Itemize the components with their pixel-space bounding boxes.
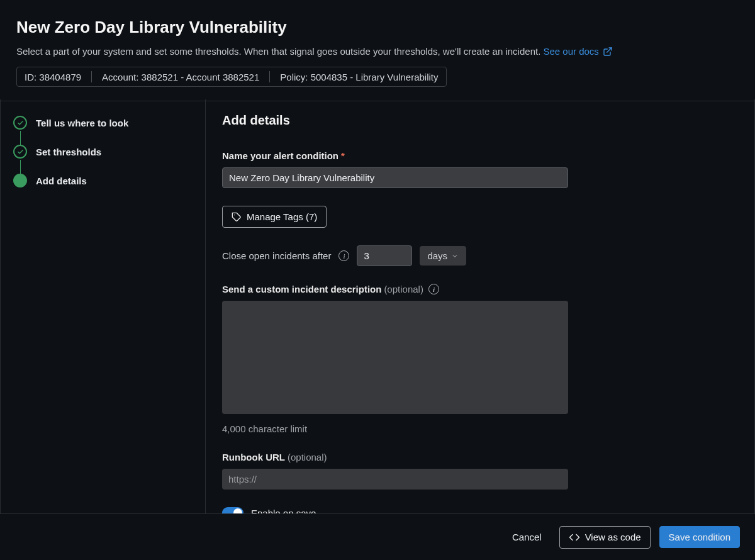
view-as-code-button[interactable]: View as code (559, 526, 651, 549)
custom-description-group: Send a custom incident description (opti… (222, 284, 738, 434)
step-set-thresholds[interactable]: Set thresholds (13, 145, 193, 159)
step-add-details[interactable]: Add details (13, 174, 193, 188)
external-link-icon (603, 47, 613, 57)
svg-line-0 (607, 48, 612, 52)
check-icon (13, 116, 27, 130)
step-where-to-look[interactable]: Tell us where to look (13, 116, 193, 130)
stepper: Tell us where to look Set thresholds Add… (1, 99, 206, 513)
header: New Zero Day Library Vulnerability Selec… (0, 0, 755, 101)
main-panel: Add details Name your alert condition * … (206, 99, 754, 513)
enable-on-save-row: Enable on save (222, 507, 738, 513)
manage-tags-button[interactable]: Manage Tags (7) (222, 206, 327, 228)
char-limit-helper: 4,000 character limit (222, 423, 738, 434)
name-field-group: Name your alert condition * (222, 150, 738, 188)
name-label: Name your alert condition * (222, 150, 738, 161)
enable-on-save-toggle[interactable] (222, 507, 243, 513)
alert-name-input[interactable] (222, 167, 568, 188)
info-icon[interactable]: i (338, 250, 349, 261)
custom-description-textarea[interactable] (222, 301, 568, 414)
code-icon (569, 532, 580, 543)
enable-on-save-label: Enable on save (251, 508, 316, 514)
close-incidents-value-input[interactable] (357, 245, 412, 266)
custom-description-label: Send a custom incident description (opti… (222, 284, 738, 294)
runbook-label: Runbook URL (optional) (222, 452, 738, 462)
check-icon (13, 145, 27, 159)
close-incidents-unit-select[interactable]: days (420, 246, 466, 266)
runbook-url-input[interactable] (222, 469, 568, 490)
meta-strip: ID: 38404879 Account: 3882521 - Account … (16, 67, 447, 87)
runbook-group: Runbook URL (optional) (222, 452, 738, 490)
footer: Cancel View as code Save condition (0, 513, 755, 560)
save-condition-button[interactable]: Save condition (659, 526, 740, 548)
meta-policy: Policy: 5004835 - Library Vulnerability (280, 72, 438, 82)
meta-id: ID: 38404879 (25, 72, 81, 82)
docs-link[interactable]: See our docs (543, 46, 612, 57)
cancel-button[interactable]: Cancel (503, 527, 551, 547)
section-heading: Add details (222, 113, 738, 128)
close-incidents-row: Close open incidents after i days (222, 245, 738, 266)
manage-tags-group: Manage Tags (7) (222, 206, 738, 228)
current-step-dot-icon (13, 174, 27, 188)
page-title: New Zero Day Library Vulnerability (16, 18, 739, 37)
tag-icon (232, 212, 242, 222)
meta-account: Account: 3882521 - Account 3882521 (102, 72, 259, 82)
close-incidents-label: Close open incidents after (222, 250, 331, 261)
info-icon[interactable]: i (428, 284, 439, 294)
page-subtitle: Select a part of your system and set som… (16, 46, 739, 57)
chevron-down-icon (451, 252, 459, 260)
